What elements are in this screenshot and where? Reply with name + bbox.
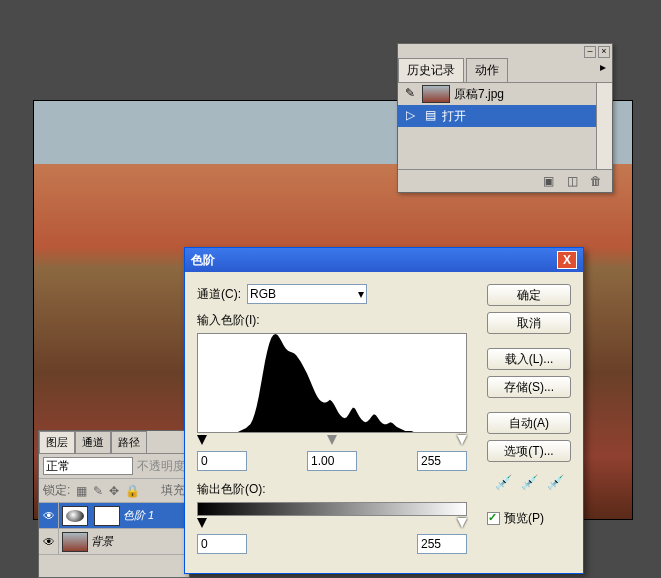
visibility-icon[interactable]: 👁: [39, 529, 59, 554]
lock-transparent-icon[interactable]: ▦: [76, 484, 87, 498]
output-slider-track: [197, 518, 467, 530]
output-levels-label: 输出色阶(O):: [197, 481, 475, 498]
fill-label: 填充: [161, 482, 185, 499]
brush-icon: ✎: [402, 86, 418, 102]
dialog-title: 色阶: [191, 252, 215, 269]
eyedropper-white-icon[interactable]: 💉: [545, 474, 565, 494]
preview-checkbox[interactable]: [487, 512, 500, 525]
tab-actions[interactable]: 动作: [466, 58, 508, 82]
lock-position-icon[interactable]: ✥: [109, 484, 119, 498]
layers-panel: 图层 通道 路径 正常 不透明度 锁定: ▦ ✎ ✥ 🔒 填充 👁 色阶 1 👁…: [38, 430, 190, 578]
channel-label: 通道(C):: [197, 286, 241, 303]
trash-icon[interactable]: 🗑: [588, 174, 604, 188]
levels-dialog: 色阶 X 通道(C): RGB 输入色阶(I):: [184, 247, 584, 574]
input-slider-track: [197, 435, 467, 447]
input-white-slider[interactable]: [457, 435, 467, 445]
snapshot-thumb: [422, 85, 450, 103]
tab-paths[interactable]: 路径: [111, 431, 147, 453]
document-icon: ▤: [422, 108, 438, 124]
new-snapshot-icon[interactable]: ▣: [540, 174, 556, 188]
eyedropper-black-icon[interactable]: 💉: [493, 474, 513, 494]
panel-menu-icon[interactable]: ▸: [594, 58, 612, 82]
dialog-titlebar[interactable]: 色阶 X: [185, 248, 583, 272]
output-black-field[interactable]: [197, 534, 247, 554]
input-black-field[interactable]: [197, 451, 247, 471]
tab-channels[interactable]: 通道: [75, 431, 111, 453]
mask-thumb: [94, 506, 120, 526]
input-white-field[interactable]: [417, 451, 467, 471]
lock-label: 锁定:: [43, 482, 70, 499]
layer-row-background[interactable]: 👁 背景: [39, 529, 189, 555]
blend-mode-select[interactable]: 正常: [43, 457, 133, 475]
eyedropper-gray-icon[interactable]: 💉: [519, 474, 539, 494]
options-button[interactable]: 选项(T)...: [487, 440, 571, 462]
ok-button[interactable]: 确定: [487, 284, 571, 306]
opacity-label: 不透明度: [137, 458, 185, 475]
input-gamma-slider[interactable]: [327, 435, 337, 445]
visibility-icon[interactable]: 👁: [39, 503, 59, 528]
history-panel: – × 历史记录 动作 ▸ ✎ 原稿7.jpg ▷ ▤ 打开 ▣ ◫ 🗑: [397, 43, 613, 193]
output-white-field[interactable]: [417, 534, 467, 554]
state-marker-icon: ▷: [402, 108, 418, 124]
adjustment-thumb: [62, 506, 88, 526]
new-document-icon[interactable]: ◫: [564, 174, 580, 188]
close-button[interactable]: X: [557, 251, 577, 269]
cancel-button[interactable]: 取消: [487, 312, 571, 334]
lock-all-icon[interactable]: 🔒: [125, 484, 140, 498]
auto-button[interactable]: 自动(A): [487, 412, 571, 434]
channel-select[interactable]: RGB: [247, 284, 367, 304]
state-name: 打开: [442, 108, 466, 125]
output-black-slider[interactable]: [197, 518, 207, 528]
lock-pixels-icon[interactable]: ✎: [93, 484, 103, 498]
input-gamma-field[interactable]: [307, 451, 357, 471]
output-white-slider[interactable]: [457, 518, 467, 528]
panel-close-icon[interactable]: ×: [598, 46, 610, 58]
history-snapshot-row[interactable]: ✎ 原稿7.jpg: [398, 83, 612, 105]
panel-minimize-icon[interactable]: –: [584, 46, 596, 58]
layer-name: 色阶 1: [123, 508, 154, 523]
input-black-slider[interactable]: [197, 435, 207, 445]
preview-label: 预览(P): [504, 510, 544, 527]
layer-thumb: [62, 532, 88, 552]
histogram: [197, 333, 467, 433]
history-state-row[interactable]: ▷ ▤ 打开: [398, 105, 612, 127]
scrollbar[interactable]: [596, 83, 612, 169]
layer-name: 背景: [91, 534, 113, 549]
save-button[interactable]: 存储(S)...: [487, 376, 571, 398]
layer-row-adjustment[interactable]: 👁 色阶 1: [39, 503, 189, 529]
snapshot-name: 原稿7.jpg: [454, 86, 504, 103]
load-button[interactable]: 载入(L)...: [487, 348, 571, 370]
tab-layers[interactable]: 图层: [39, 431, 75, 453]
tab-history[interactable]: 历史记录: [398, 58, 464, 82]
output-gradient: [197, 502, 467, 516]
input-levels-label: 输入色阶(I):: [197, 312, 475, 329]
